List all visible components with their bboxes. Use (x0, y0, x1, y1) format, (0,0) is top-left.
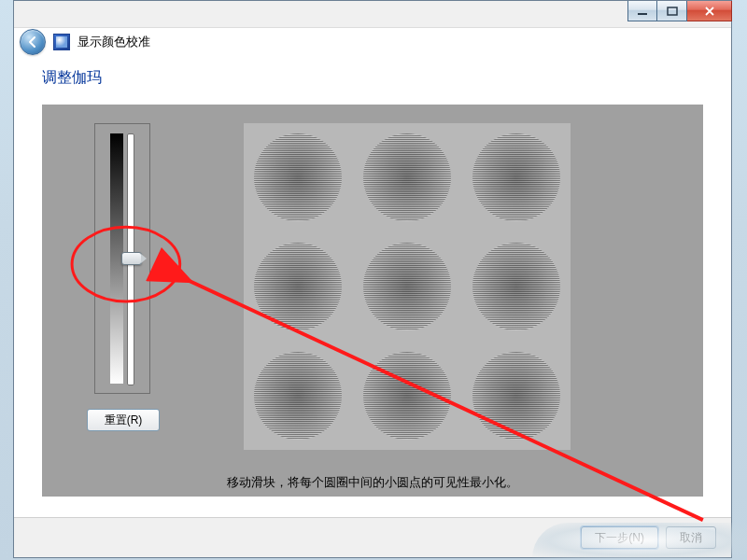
gamma-circle-icon (472, 243, 560, 330)
maximize-icon (667, 7, 678, 16)
gamma-cell (244, 232, 353, 342)
close-button[interactable] (687, 1, 732, 21)
gamma-circle-icon (363, 352, 451, 440)
nav-row: 显示颜色校准 (14, 28, 731, 56)
gamma-cell (244, 123, 353, 232)
gamma-circle-icon (254, 243, 342, 330)
gamma-slider-thumb[interactable] (121, 252, 142, 265)
close-icon (704, 7, 715, 16)
instruction-text: 移动滑块，将每个圆圈中间的小圆点的可见性最小化。 (42, 474, 703, 491)
page-heading: 调整伽玛 (42, 68, 703, 88)
gamma-circle-icon (472, 352, 560, 440)
gamma-circle-icon (363, 133, 451, 221)
calibration-panel: 重置(R) 移动滑块，将每个圆圈中间的小圆点的可见性最小化。 (42, 105, 703, 497)
desktop-background: 显示颜色校准 调整伽玛 重置(R) (0, 0, 747, 560)
gamma-slider-block (94, 123, 150, 394)
svg-rect-0 (638, 13, 647, 15)
gamma-circle-icon (363, 243, 451, 330)
window-title: 显示颜色校准 (78, 34, 150, 50)
svg-rect-1 (668, 7, 677, 15)
back-button[interactable] (20, 29, 46, 55)
gamma-cell (353, 123, 462, 232)
gamma-circle-icon (254, 352, 342, 440)
minimize-icon (637, 7, 648, 16)
calibration-window: 显示颜色校准 调整伽玛 重置(R) (13, 0, 732, 558)
gamma-cell (244, 341, 353, 450)
gamma-cell (353, 341, 462, 450)
minimize-button[interactable] (627, 1, 657, 21)
gamma-cell (461, 123, 571, 232)
gamma-test-grid (244, 123, 571, 450)
maximize-button[interactable] (657, 1, 687, 21)
gamma-cell (353, 232, 462, 342)
content-area: 调整伽玛 重置(R) (36, 61, 709, 512)
watermark-blur (532, 523, 747, 558)
gamma-cell (461, 341, 571, 450)
window-controls (627, 1, 732, 21)
gamma-circle-icon (472, 133, 560, 221)
back-arrow-icon (26, 35, 39, 49)
gamma-circle-icon (254, 133, 342, 221)
gamma-slider-track[interactable] (127, 133, 134, 385)
title-bar (14, 1, 731, 28)
display-calibration-icon (53, 34, 70, 50)
reset-button[interactable]: 重置(R) (87, 409, 160, 431)
gamma-cell (461, 232, 571, 342)
